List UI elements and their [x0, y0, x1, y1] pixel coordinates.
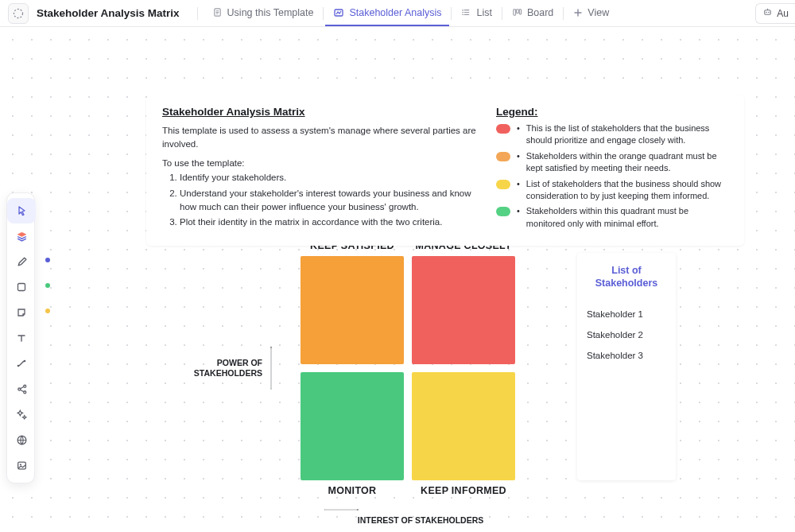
tab-label: Using this Template [227, 7, 314, 18]
ai-sparkle-tool[interactable] [7, 402, 36, 427]
legend-row: • Stakeholders within this quadrant must… [496, 205, 728, 230]
tab-stakeholder-analysis[interactable]: Stakeholder Analysis [325, 0, 449, 26]
legend-row: • Stakeholders within the orange quadran… [496, 150, 728, 175]
svg-rect-8 [519, 10, 521, 14]
svg-point-10 [766, 12, 768, 14]
info-steps-list: Identify your stakeholders. Understand y… [162, 171, 483, 229]
x-axis-label: INTEREST OF STAKEHOLDERS [301, 515, 541, 526]
info-card-title: Stakeholder Analysis Matrix [162, 106, 483, 118]
add-view-button[interactable]: View [565, 0, 617, 26]
bullet-icon: • [517, 179, 520, 188]
divider [197, 7, 198, 20]
quadrant-keep-informed[interactable] [412, 372, 515, 480]
matrix-bottom-labels: MONITOR KEEP INFORMED [301, 485, 541, 496]
stakeholder-item[interactable]: Stakeholder 1 [584, 309, 669, 319]
automation-button[interactable]: Au [755, 3, 795, 24]
automation-label: Au [777, 8, 789, 19]
x-axis-arrow-icon [324, 509, 359, 511]
divider [502, 7, 502, 20]
quadrant-manage-closely[interactable] [412, 256, 515, 364]
page-title: Stakeholder Analysis Matrix [37, 7, 180, 19]
legend-text: Stakeholders within the orange quadrant … [526, 150, 728, 175]
app-menu-button[interactable] [8, 3, 29, 24]
shape-tool[interactable] [7, 274, 36, 300]
y-axis: POWER OF STAKEHOLDERS [238, 256, 301, 480]
legend-swatch-red [496, 124, 510, 134]
tab-label: Stakeholder Analysis [349, 7, 441, 18]
svg-rect-12 [18, 284, 25, 291]
svg-rect-9 [765, 10, 770, 15]
bullet-icon: • [517, 206, 520, 216]
matrix[interactable]: KEEP SATISFIED MANAGE CLOSELY POWER OF S… [238, 240, 541, 531]
svg-point-15 [17, 388, 20, 390]
quadrant-label-keep-informed: KEEP INFORMED [412, 485, 515, 496]
info-step: Identify your stakeholders. [180, 171, 483, 184]
tab-label: List [476, 7, 491, 18]
divider [323, 7, 324, 20]
svg-point-4 [463, 12, 464, 14]
info-card-left: Stakeholder Analysis Matrix This templat… [162, 106, 496, 233]
svg-marker-22 [270, 346, 272, 348]
tab-list[interactable]: List [453, 0, 499, 26]
quadrant-keep-satisfied[interactable] [301, 256, 404, 364]
info-card-legend: Legend: • This is the list of stakeholde… [496, 106, 728, 233]
view-tabs: Using this Template Stakeholder Analysis… [204, 0, 618, 26]
doc-icon [212, 7, 223, 17]
legend-swatch-yellow [496, 180, 510, 189]
legend-row: • List of stakeholders that the business… [496, 178, 728, 203]
legend-swatch-orange [496, 152, 510, 161]
svg-point-0 [14, 9, 23, 17]
svg-rect-7 [517, 10, 519, 14]
pen-color-indicator [45, 258, 50, 262]
svg-point-5 [463, 14, 464, 15]
matrix-body: POWER OF STAKEHOLDERS [238, 256, 541, 480]
connector-tool[interactable] [7, 351, 36, 376]
stakeholder-item[interactable]: Stakeholder 3 [584, 351, 669, 360]
stakeholder-list-card[interactable]: List of Stakeholders Stakeholder 1 Stake… [577, 253, 676, 480]
svg-rect-6 [514, 10, 516, 15]
legend-title: Legend: [496, 106, 728, 118]
top-right-actions: Au [755, 0, 795, 27]
branch-tool[interactable] [7, 376, 36, 402]
stakeholder-item[interactable]: Stakeholder 2 [584, 330, 669, 340]
drawing-toolbar [6, 192, 35, 483]
whiteboard-canvas[interactable]: Stakeholder Analysis Matrix This templat… [0, 27, 795, 532]
cursor-tool[interactable] [7, 198, 36, 223]
legend-row: • This is the list of stakeholders that … [496, 122, 728, 147]
quadrant-label-monitor: MONITOR [301, 485, 404, 496]
top-bar: Stakeholder Analysis Matrix Using this T… [0, 0, 795, 27]
whiteboard-icon [333, 7, 344, 18]
legend-text: This is the list of stakeholders that th… [526, 122, 728, 147]
svg-point-3 [463, 10, 464, 11]
x-axis: INTEREST OF STAKEHOLDERS [301, 504, 541, 531]
info-card[interactable]: Stakeholder Analysis Matrix This templat… [146, 95, 744, 246]
sticky-note-tool[interactable] [7, 300, 36, 325]
svg-point-13 [17, 365, 20, 367]
image-tool[interactable] [7, 452, 36, 478]
tab-board[interactable]: Board [504, 0, 561, 26]
info-card-description: This template is used to assess a system… [162, 124, 483, 150]
layers-tool[interactable] [7, 223, 36, 249]
shape-color-indicator [45, 283, 50, 288]
add-view-label: View [588, 7, 609, 18]
tab-label: Board [527, 7, 553, 18]
legend-swatch-green [496, 207, 510, 216]
legend-text: List of stakeholders that the business s… [526, 178, 728, 203]
pen-tool[interactable] [7, 249, 36, 274]
svg-point-14 [24, 360, 26, 363]
tab-using-template[interactable]: Using this Template [204, 0, 322, 26]
svg-point-11 [768, 12, 770, 14]
plus-icon [573, 8, 583, 17]
svg-point-20 [19, 464, 21, 465]
y-axis-arrow-icon [270, 256, 272, 480]
sticky-color-indicator [45, 309, 50, 313]
web-tool[interactable] [7, 427, 36, 452]
svg-marker-25 [357, 509, 359, 511]
divider [563, 7, 564, 20]
legend-text: Stakeholders within this quadrant must b… [526, 205, 728, 230]
y-axis-label: POWER OF STAKEHOLDERS [191, 358, 262, 378]
stakeholder-list-title: List of Stakeholders [584, 264, 669, 290]
quadrant-monitor[interactable] [301, 372, 404, 480]
text-tool[interactable] [7, 325, 36, 351]
info-step: Plot their identity in the matrix in acc… [180, 216, 483, 229]
